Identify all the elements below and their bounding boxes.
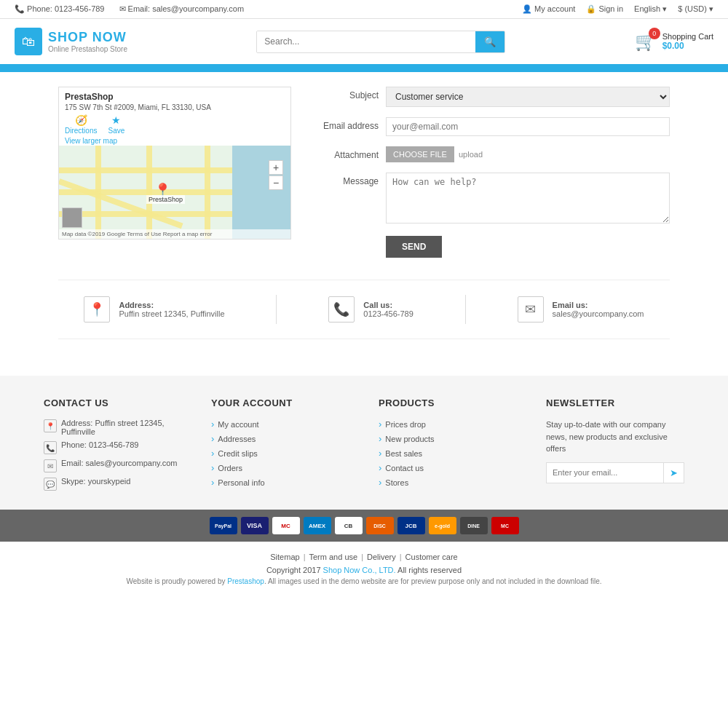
list-item: Addresses: [211, 433, 349, 444]
cart-icon-wrap: 🛒 0: [635, 31, 657, 52]
search-input[interactable]: [257, 31, 475, 52]
newsletter-input[interactable]: [547, 463, 663, 483]
delivery-link[interactable]: Delivery: [367, 553, 396, 561]
subject-label: Subject: [313, 87, 379, 100]
top-bar: 📞 Phone: 0123-456-789 ✉ Email: sales@you…: [0, 0, 728, 19]
logo-icon: 🛍: [15, 28, 42, 55]
list-item: Contact us: [379, 462, 517, 473]
currency-selector[interactable]: $ (USD) ▾: [678, 4, 713, 14]
contact-form: Subject Customer service Email address A…: [313, 87, 670, 258]
amex-icon: AMEX: [304, 517, 331, 534]
addresses-link[interactable]: Addresses: [218, 435, 256, 443]
sign-in-link[interactable]: 🔒 Sign in: [586, 4, 623, 14]
list-item: Credit slips: [211, 448, 349, 459]
call-value: 0123-456-789: [363, 309, 414, 318]
map-address: 175 SW 7th St #2009, Miami, FL 33130, US…: [65, 103, 285, 111]
egold-icon: e-gold: [429, 517, 456, 534]
term-link[interactable]: Term and use: [309, 553, 357, 561]
footer-email: ✉ Email: sales@yourcompany.com: [44, 459, 182, 472]
credit-slips-link[interactable]: Credit slips: [218, 449, 257, 458]
my-account-footer-link[interactable]: My account: [218, 420, 258, 429]
logo-sub: Online Prestashop Store: [48, 45, 127, 53]
zoom-in-button[interactable]: +: [269, 160, 283, 175]
subject-select[interactable]: Customer service: [386, 87, 670, 107]
prices-drop-link[interactable]: Prices drop: [385, 420, 426, 429]
prestashop-link[interactable]: Prestashop: [227, 577, 264, 585]
footer-cols: CONTACT US 📍 Address: Puffin street 1234…: [44, 397, 684, 495]
email-label: Email: sales@yourcompany.com: [128, 4, 245, 13]
visa-icon: VISA: [241, 517, 269, 534]
separator: |: [304, 553, 306, 561]
paypal-icon: PayPal: [210, 517, 237, 534]
search-button[interactable]: 🔍: [475, 31, 505, 52]
footer-phone-icon: 📞: [44, 441, 57, 454]
customer-care-link[interactable]: Customer care: [405, 553, 458, 561]
footer-address: 📍 Address: Puffin street 12345, Puffinvi…: [44, 419, 182, 436]
best-sales-link[interactable]: Best sales: [385, 449, 422, 458]
orders-link[interactable]: Orders: [218, 464, 242, 472]
email-input[interactable]: [386, 117, 670, 136]
save-label: Save: [108, 127, 124, 135]
message-label: Message: [313, 173, 379, 186]
footer-products-col: PRODUCTS Prices drop New products Best s…: [379, 397, 517, 495]
account-icon: 👤: [522, 4, 532, 13]
email-icon-box: ✉: [518, 296, 544, 323]
zoom-out-button[interactable]: −: [269, 175, 283, 190]
newsletter-submit-button[interactable]: ➤: [663, 463, 684, 483]
address-value: Puffin street 12345, Puffinville: [119, 309, 224, 318]
my-account-link[interactable]: 👤 My account: [522, 4, 575, 14]
address-icon: 📍: [84, 296, 110, 323]
phone-label: Phone: 0123-456-789: [27, 4, 104, 13]
star-icon: ★: [111, 114, 121, 126]
message-textarea[interactable]: [386, 173, 670, 223]
choose-file-button[interactable]: CHOOSE FILE: [386, 146, 454, 162]
email-row: Email address: [313, 117, 670, 136]
diners-icon: DINE: [460, 517, 488, 534]
footer-links: Sitemap | Term and use | Delivery | Cust…: [0, 553, 728, 561]
directions-button[interactable]: 🧭 Directions: [65, 114, 97, 135]
contact-us-link[interactable]: Contact us: [385, 464, 424, 472]
cart-label: Shopping Cart: [662, 32, 713, 41]
map-prestashop-label: PrestaShop: [146, 195, 185, 204]
subject-field: Customer service: [386, 87, 670, 107]
cart-badge: 0: [649, 28, 660, 39]
shop-now-link[interactable]: Shop Now Co., LTD.: [323, 566, 396, 574]
language-selector[interactable]: English ▾: [634, 4, 667, 14]
logo[interactable]: 🛍 SHOP NOW Online Prestashop Store: [15, 28, 127, 55]
list-item: Stores: [379, 477, 517, 488]
map-thumbnail: [62, 207, 82, 228]
footer-newsletter-heading: NEWSLETTER: [546, 397, 684, 408]
newsletter-text: Stay up-to-date with our company news, n…: [546, 419, 684, 455]
file-row: CHOOSE FILE upload: [386, 146, 670, 162]
new-products-link[interactable]: New products: [385, 435, 434, 443]
map-body: 📍 PrestaShop + −: [59, 146, 290, 239]
phone-info: 📞 Phone: 0123-456-789: [15, 4, 105, 14]
attachment-label: Attachment: [313, 146, 379, 160]
email-icon: ✉: [119, 4, 126, 13]
view-larger-map-link[interactable]: View larger map: [65, 137, 285, 145]
cart-price: $0.00: [662, 41, 713, 51]
address-label: Address:: [119, 301, 224, 309]
list-item: My account: [211, 419, 349, 430]
header: 🛍 SHOP NOW Online Prestashop Store 🔍 🛒 0…: [0, 19, 728, 66]
stores-link[interactable]: Stores: [385, 478, 408, 487]
currency-label: $ (USD): [678, 4, 707, 13]
save-button[interactable]: ★ Save: [108, 114, 124, 135]
footer-account-heading: YOUR ACCOUNT: [211, 397, 349, 408]
cart[interactable]: 🛒 0 Shopping Cart $0.00: [635, 31, 713, 52]
send-button[interactable]: SEND: [386, 236, 442, 258]
logo-text: SHOP NOW Online Prestashop Store: [48, 30, 127, 53]
message-field: [386, 173, 670, 226]
signin-label: Sign in: [598, 4, 623, 13]
cart-info: Shopping Cart $0.00: [662, 32, 713, 51]
personal-info-link[interactable]: Personal info: [218, 478, 264, 487]
footer-skype-icon: 💬: [44, 478, 57, 491]
footer-skype: 💬 Skype: yourskypeid: [44, 477, 182, 491]
road: [146, 146, 152, 239]
sitemap-link[interactable]: Sitemap: [270, 553, 299, 561]
upload-link[interactable]: upload: [459, 150, 483, 159]
call-text: Call us: 0123-456-789: [363, 301, 414, 318]
separator: |: [400, 553, 402, 561]
cb-icon: CB: [335, 517, 363, 534]
footer-skype-text: Skype: yourskypeid: [61, 477, 130, 486]
